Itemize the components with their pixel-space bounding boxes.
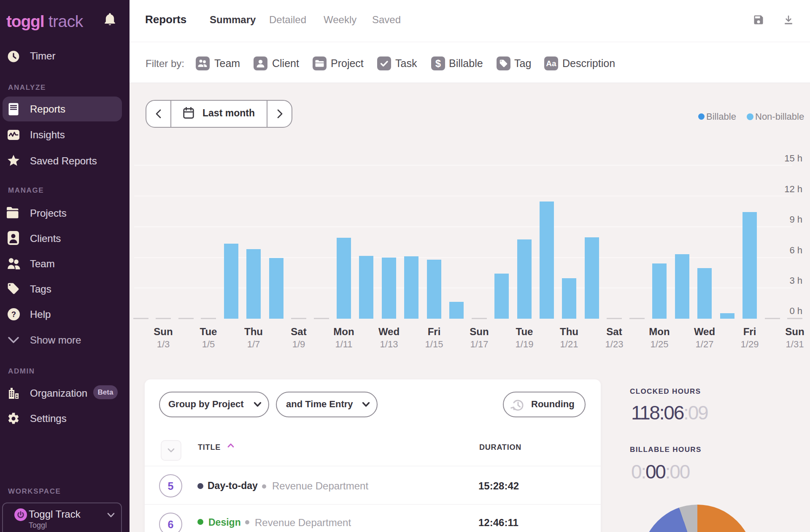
svg-text:?: ? (11, 310, 16, 319)
